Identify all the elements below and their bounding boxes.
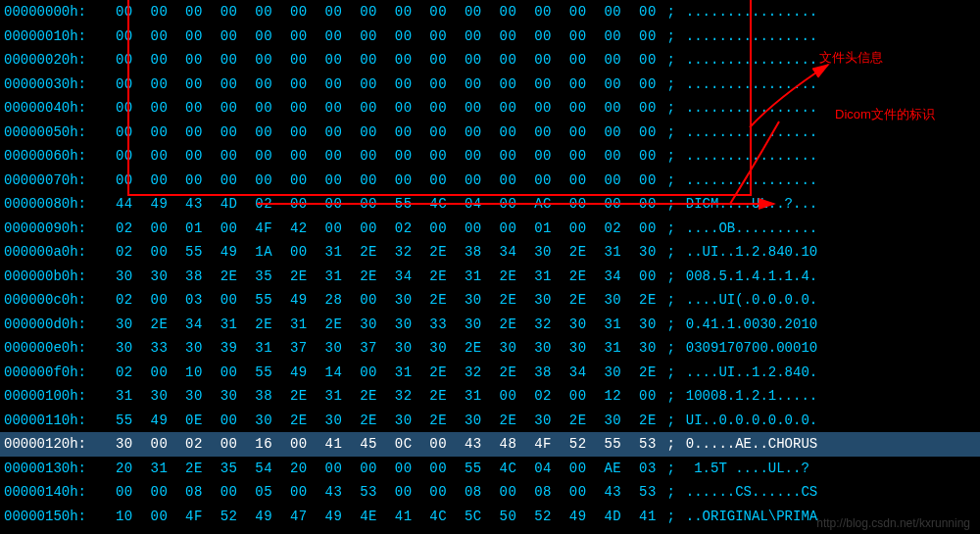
hex-row[interactable]: 00000120h: 30 00 02 00 16 00 41 45 0C 00… [0,432,980,457]
separator: ; [657,457,686,481]
offset-cell: 00000020h: [4,48,107,73]
hex-bytes-cell: 00 00 00 00 00 00 00 00 00 00 00 00 00 0… [107,121,657,145]
offset-cell: 00000070h: [4,169,107,193]
separator: ; [657,96,686,121]
hex-bytes-cell: 02 00 10 00 55 49 14 00 31 2E 32 2E 38 3… [107,361,657,385]
hex-row[interactable]: 000000d0h: 30 2E 34 31 2E 31 2E 30 30 33… [0,313,980,337]
hex-row[interactable]: 00000010h: 00 00 00 00 00 00 00 00 00 00… [0,24,980,49]
separator: ; [657,24,686,49]
hex-bytes-cell: 00 00 00 00 00 00 00 00 00 00 00 00 00 0… [107,0,657,24]
hex-bytes-cell: 20 31 2E 35 54 20 00 00 00 00 55 4C 04 0… [107,457,657,481]
hex-bytes-cell: 10 00 4F 52 49 47 49 4E 41 4C 5C 50 52 4… [107,505,657,529]
ascii-cell: ................ [686,0,817,24]
hex-row[interactable]: 00000100h: 31 30 30 30 38 2E 31 2E 32 2E… [0,384,980,409]
hex-bytes-cell: 44 49 43 4D 02 00 00 00 55 4C 04 00 AC 0… [107,192,657,217]
hex-row[interactable]: 00000000h: 00 00 00 00 00 00 00 00 00 00… [0,0,980,24]
ascii-cell: ....UI..1.2.840. [686,361,817,385]
hex-row[interactable]: 00000150h: 10 00 4F 52 49 47 49 4E 41 4C… [0,505,980,529]
hex-row[interactable]: 00000140h: 00 00 08 00 05 00 43 53 00 00… [0,480,980,505]
offset-cell: 000000d0h: [4,313,107,337]
offset-cell: 000000c0h: [4,288,107,313]
hex-bytes-cell: 00 00 00 00 00 00 00 00 00 00 00 00 00 0… [107,144,657,169]
separator: ; [657,288,686,313]
separator: ; [657,192,686,217]
separator: ; [657,505,686,529]
hex-row[interactable]: 000000c0h: 02 00 03 00 55 49 28 00 30 2E… [0,288,980,313]
ascii-cell: ................ [686,24,817,49]
hex-bytes-cell: 02 00 01 00 4F 42 00 00 02 00 00 00 01 0… [107,217,657,241]
ascii-cell: ................ [686,73,817,97]
ascii-cell: ................ [686,48,817,73]
hex-bytes-cell: 00 00 00 00 00 00 00 00 00 00 00 00 00 0… [107,96,657,121]
separator: ; [657,121,686,145]
hex-row[interactable]: 00000080h: 44 49 43 4D 02 00 00 00 55 4C… [0,192,980,217]
hex-row[interactable]: 00000040h: 00 00 00 00 00 00 00 00 00 00… [0,96,980,121]
hex-row[interactable]: 00000070h: 00 00 00 00 00 00 00 00 00 00… [0,169,980,193]
ascii-cell: 0.....AE..CHORUS [686,432,817,457]
ascii-cell: 1.5T ....UL..? [686,457,809,481]
ascii-cell: ................ [686,121,817,145]
ascii-cell: ....OB.......... [686,217,817,241]
offset-cell: 00000150h: [4,505,107,529]
hex-bytes-cell: 02 00 55 49 1A 00 31 2E 32 2E 38 34 30 2… [107,240,657,265]
hex-view: 00000000h: 00 00 00 00 00 00 00 00 00 00… [0,0,980,528]
hex-row[interactable]: 00000110h: 55 49 0E 00 30 2E 30 2E 30 2E… [0,409,980,433]
offset-cell: 00000030h: [4,73,107,97]
offset-cell: 00000090h: [4,217,107,241]
hex-bytes-cell: 00 00 00 00 00 00 00 00 00 00 00 00 00 0… [107,48,657,73]
hex-row[interactable]: 000000e0h: 30 33 30 39 31 37 30 37 30 30… [0,336,980,361]
separator: ; [657,240,686,265]
hex-row[interactable]: 00000060h: 00 00 00 00 00 00 00 00 00 00… [0,144,980,169]
hex-bytes-cell: 00 00 08 00 05 00 43 53 00 00 08 00 08 0… [107,480,657,505]
separator: ; [657,409,686,433]
offset-cell: 00000080h: [4,192,107,217]
hex-bytes-cell: 30 33 30 39 31 37 30 37 30 30 2E 30 30 3… [107,336,657,361]
hex-row[interactable]: 000000b0h: 30 30 38 2E 35 2E 31 2E 34 2E… [0,265,980,289]
separator: ; [657,361,686,385]
hex-row[interactable]: 00000090h: 02 00 01 00 4F 42 00 00 02 00… [0,217,980,241]
separator: ; [657,432,686,457]
ascii-cell: ....UI(.0.0.0.0. [686,288,817,313]
hex-row[interactable]: 000000f0h: 02 00 10 00 55 49 14 00 31 2E… [0,361,980,385]
hex-bytes-cell: 30 00 02 00 16 00 41 45 0C 00 43 48 4F 5… [107,432,657,457]
ascii-cell: ................ [686,96,817,121]
hex-bytes-cell: 30 30 38 2E 35 2E 31 2E 34 2E 31 2E 31 2… [107,265,657,289]
ascii-cell: ................ [686,169,817,193]
hex-row[interactable]: 00000030h: 00 00 00 00 00 00 00 00 00 00… [0,73,980,97]
ascii-cell: DICM....UL..?... [686,192,817,217]
hex-row[interactable]: 00000050h: 00 00 00 00 00 00 00 00 00 00… [0,121,980,145]
separator: ; [657,169,686,193]
hex-bytes-cell: 00 00 00 00 00 00 00 00 00 00 00 00 00 0… [107,24,657,49]
hex-bytes-cell: 00 00 00 00 00 00 00 00 00 00 00 00 00 0… [107,169,657,193]
separator: ; [657,48,686,73]
offset-cell: 00000050h: [4,121,107,145]
ascii-cell: ......CS......CS [686,480,817,505]
offset-cell: 000000e0h: [4,336,107,361]
hex-row[interactable]: 00000020h: 00 00 00 00 00 00 00 00 00 00… [0,48,980,73]
ascii-cell: UI..0.0.0.0.0.0. [686,409,817,433]
separator: ; [657,336,686,361]
offset-cell: 00000010h: [4,24,107,49]
offset-cell: 000000b0h: [4,265,107,289]
separator: ; [657,265,686,289]
hex-bytes-cell: 02 00 03 00 55 49 28 00 30 2E 30 2E 30 2… [107,288,657,313]
offset-cell: 00000140h: [4,480,107,505]
offset-cell: 000000f0h: [4,361,107,385]
hex-bytes-cell: 30 2E 34 31 2E 31 2E 30 30 33 30 2E 32 3… [107,313,657,337]
separator: ; [657,144,686,169]
ascii-cell: ..UI..1.2.840.10 [686,240,817,265]
ascii-cell: 10008.1.2.1..... [686,384,817,409]
offset-cell: 00000100h: [4,384,107,409]
offset-cell: 000000a0h: [4,240,107,265]
separator: ; [657,217,686,241]
offset-cell: 00000060h: [4,144,107,169]
separator: ; [657,73,686,97]
hex-row[interactable]: 000000a0h: 02 00 55 49 1A 00 31 2E 32 2E… [0,240,980,265]
hex-row[interactable]: 00000130h: 20 31 2E 35 54 20 00 00 00 00… [0,457,980,481]
ascii-cell: ..ORIGINAL\PRIMA [686,505,817,529]
offset-cell: 00000000h: [4,0,107,24]
ascii-cell: 008.5.1.4.1.1.4. [686,265,817,289]
separator: ; [657,480,686,505]
offset-cell: 00000130h: [4,457,107,481]
separator: ; [657,384,686,409]
